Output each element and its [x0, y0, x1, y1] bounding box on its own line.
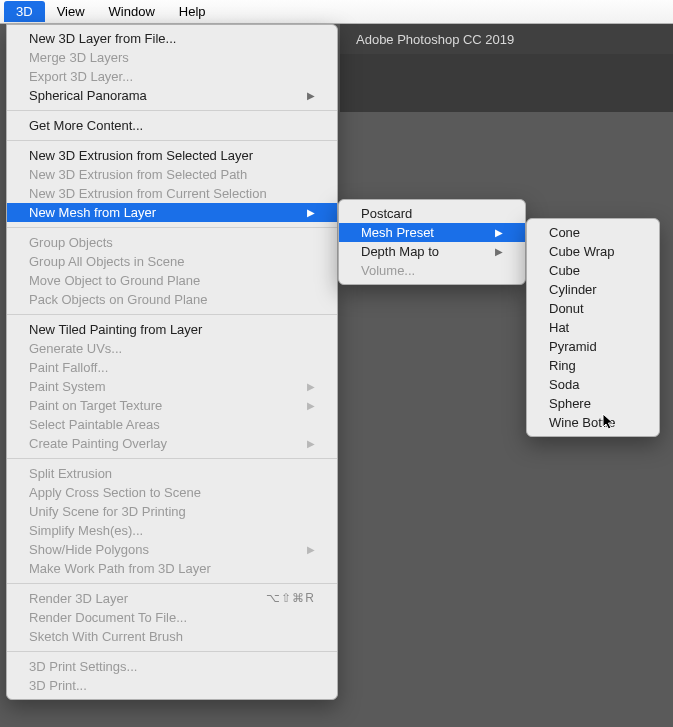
menu-item-label: New Tiled Painting from Layer — [29, 320, 315, 339]
menu-item-label: 3D Print Settings... — [29, 657, 315, 676]
menu-item: Paint System▶ — [7, 377, 337, 396]
menu-item: Paint Falloff... — [7, 358, 337, 377]
menu-item: 3D Print Settings... — [7, 657, 337, 676]
menu-item: Unify Scene for 3D Printing — [7, 502, 337, 521]
menu-item[interactable]: Sphere — [527, 394, 659, 413]
menu-separator — [7, 583, 337, 584]
menu-item-label: New 3D Layer from File... — [29, 29, 315, 48]
menu-item-label: Cube — [549, 261, 637, 280]
menu-item[interactable]: Cube — [527, 261, 659, 280]
menu-item[interactable]: Wine Bottle — [527, 413, 659, 432]
menu-item-label: Cone — [549, 223, 637, 242]
menu-item[interactable]: Mesh Preset▶ — [339, 223, 525, 242]
menu-item-label: Soda — [549, 375, 637, 394]
app-title: Adobe Photoshop CC 2019 — [356, 32, 514, 47]
menu-item: Render Document To File... — [7, 608, 337, 627]
menu-separator — [7, 110, 337, 111]
menu-item: New 3D Extrusion from Selected Path — [7, 165, 337, 184]
menubar-item-help[interactable]: Help — [167, 1, 218, 22]
menu-item-label: Simplify Mesh(es)... — [29, 521, 315, 540]
menu-item-label: New 3D Extrusion from Selected Path — [29, 165, 315, 184]
menu-item: Select Paintable Areas — [7, 415, 337, 434]
menu-separator — [7, 651, 337, 652]
menu-item-label: 3D Print... — [29, 676, 315, 695]
menu-item[interactable]: Pyramid — [527, 337, 659, 356]
menu-item-label: Make Work Path from 3D Layer — [29, 559, 315, 578]
menu-item[interactable]: Cone — [527, 223, 659, 242]
menu-item-label: Sphere — [549, 394, 637, 413]
menu-item[interactable]: Get More Content... — [7, 116, 337, 135]
submenu-arrow-icon: ▶ — [307, 434, 315, 453]
menu-item-label: Pack Objects on Ground Plane — [29, 290, 315, 309]
menu-item: Apply Cross Section to Scene — [7, 483, 337, 502]
menu-item-label: Create Painting Overlay — [29, 434, 299, 453]
submenu-arrow-icon: ▶ — [495, 242, 503, 261]
menu-item-label: Volume... — [361, 261, 503, 280]
menu-item: Pack Objects on Ground Plane — [7, 290, 337, 309]
menu-item: Volume... — [339, 261, 525, 280]
menu-item[interactable]: Postcard — [339, 204, 525, 223]
submenu-arrow-icon: ▶ — [307, 203, 315, 222]
menu-item-label: Cylinder — [549, 280, 637, 299]
submenu-arrow-icon: ▶ — [307, 396, 315, 415]
options-bar-region — [340, 54, 673, 112]
menu-item: Simplify Mesh(es)... — [7, 521, 337, 540]
menu-item: Group Objects — [7, 233, 337, 252]
menu-item[interactable]: Donut — [527, 299, 659, 318]
menu-item[interactable]: New 3D Extrusion from Selected Layer — [7, 146, 337, 165]
menu-item[interactable]: Hat — [527, 318, 659, 337]
menu-item-label: Donut — [549, 299, 637, 318]
menu-item[interactable]: New Mesh from Layer▶ — [7, 203, 337, 222]
menu-item: Sketch With Current Brush — [7, 627, 337, 646]
submenu-arrow-icon: ▶ — [307, 86, 315, 105]
menu-item[interactable]: Cylinder — [527, 280, 659, 299]
menu-item-label: Move Object to Ground Plane — [29, 271, 315, 290]
menu-separator — [7, 227, 337, 228]
app-title-bar: Adobe Photoshop CC 2019 — [340, 24, 673, 54]
menu-item-label: New 3D Extrusion from Current Selection — [29, 184, 315, 203]
menubar-item-window[interactable]: Window — [97, 1, 167, 22]
menu-item: 3D Print... — [7, 676, 337, 695]
submenu-arrow-icon: ▶ — [495, 223, 503, 242]
menu-item-label: Mesh Preset — [361, 223, 487, 242]
menu-item: Render 3D Layer⌥⇧⌘R — [7, 589, 337, 608]
menu-item: Group All Objects in Scene — [7, 252, 337, 271]
menu-item-label: Unify Scene for 3D Printing — [29, 502, 315, 521]
menu-item: Generate UVs... — [7, 339, 337, 358]
menu-item[interactable]: Spherical Panorama▶ — [7, 86, 337, 105]
menu-item-label: Hat — [549, 318, 637, 337]
menu-item[interactable]: New Tiled Painting from Layer — [7, 320, 337, 339]
menu-item-label: Paint Falloff... — [29, 358, 315, 377]
menu-item-label: Pyramid — [549, 337, 637, 356]
menu-item-label: Apply Cross Section to Scene — [29, 483, 315, 502]
menu-item-label: Postcard — [361, 204, 503, 223]
menu-item[interactable]: Depth Map to▶ — [339, 242, 525, 261]
menu-shortcut: ⌥⇧⌘R — [266, 589, 315, 608]
menu-item-label: Wine Bottle — [549, 413, 637, 432]
menu-item: Export 3D Layer... — [7, 67, 337, 86]
menu-item-label: Render Document To File... — [29, 608, 315, 627]
menubar-item-view[interactable]: View — [45, 1, 97, 22]
menu-item[interactable]: New 3D Layer from File... — [7, 29, 337, 48]
menu-item-label: Group All Objects in Scene — [29, 252, 315, 271]
submenu-arrow-icon: ▶ — [307, 377, 315, 396]
menu-item-label: Render 3D Layer — [29, 589, 266, 608]
menu-item-label: Spherical Panorama — [29, 86, 299, 105]
menu-item-label: Get More Content... — [29, 116, 315, 135]
menu-item: Merge 3D Layers — [7, 48, 337, 67]
menu-item-label: Paint System — [29, 377, 299, 396]
menu-item-label: Group Objects — [29, 233, 315, 252]
menu-item: Paint on Target Texture▶ — [7, 396, 337, 415]
menu-item-label: Select Paintable Areas — [29, 415, 315, 434]
menu-item: Create Painting Overlay▶ — [7, 434, 337, 453]
menu-separator — [7, 458, 337, 459]
menu-item-label: Sketch With Current Brush — [29, 627, 315, 646]
menu-item[interactable]: Cube Wrap — [527, 242, 659, 261]
submenu-arrow-icon: ▶ — [307, 540, 315, 559]
menu-item: Show/Hide Polygons▶ — [7, 540, 337, 559]
menubar-item-3d[interactable]: 3D — [4, 1, 45, 22]
menu-item-label: Split Extrusion — [29, 464, 315, 483]
menu-item[interactable]: Ring — [527, 356, 659, 375]
menu-separator — [7, 314, 337, 315]
menu-item[interactable]: Soda — [527, 375, 659, 394]
